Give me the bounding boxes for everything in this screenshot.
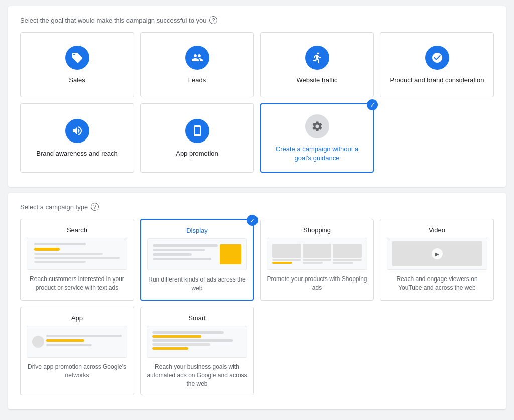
product-brand-icon bbox=[425, 46, 449, 70]
campaign-type-title-text: Select a campaign type bbox=[20, 203, 88, 211]
no-goal-label: Create a campaign without a goal's guida… bbox=[269, 145, 365, 163]
goal-card-website-traffic[interactable]: Website traffic bbox=[260, 32, 374, 97]
campaign-type-search[interactable]: Search Reach customers interested in you… bbox=[20, 219, 134, 301]
sales-icon bbox=[65, 46, 89, 70]
app-type-desc: Drive app promotion across Google's netw… bbox=[27, 363, 127, 380]
display-type-desc: Run different kinds of ads across the we… bbox=[147, 275, 247, 293]
campaign-type-video[interactable]: Video ▶ Reach and engage viewers on YouT… bbox=[380, 219, 494, 301]
video-mock-image: ▶ bbox=[387, 238, 487, 270]
shopping-type-title: Shopping bbox=[303, 226, 331, 234]
search-type-desc: Reach customers interested in your produ… bbox=[27, 275, 127, 292]
app-mock-image bbox=[27, 326, 127, 358]
goal-title-text: Select the goal that would make this cam… bbox=[20, 17, 206, 24]
smart-type-desc: Reach your business goals with automated… bbox=[147, 363, 247, 388]
sales-label: Sales bbox=[69, 76, 85, 85]
campaign-type-grid-row2: App Drive app promotion across Google's … bbox=[20, 307, 494, 395]
goal-card-sales[interactable]: Sales bbox=[20, 32, 134, 97]
website-traffic-label: Website traffic bbox=[297, 76, 338, 85]
no-goal-selected-badge: ✓ bbox=[367, 99, 378, 110]
goal-card-brand-awareness[interactable]: Brand awareness and reach bbox=[20, 103, 134, 173]
smart-type-title: Smart bbox=[188, 314, 206, 322]
video-type-title: Video bbox=[429, 226, 445, 234]
leads-label: Leads bbox=[188, 76, 206, 85]
smart-mock-image bbox=[147, 326, 247, 358]
app-avatar-icon bbox=[32, 336, 44, 348]
shopping-mock-image bbox=[267, 238, 367, 270]
display-mock-image bbox=[147, 238, 247, 270]
campaign-type-section-title: Select a campaign type ? bbox=[20, 203, 494, 211]
goal-grid-row1: Sales Leads Website traffic Product and … bbox=[20, 32, 494, 97]
goal-section: Select the goal that would make this cam… bbox=[8, 6, 506, 187]
goal-card-no-goal[interactable]: ✓ Create a campaign without a goal's gui… bbox=[260, 103, 374, 173]
app-promotion-label: App promotion bbox=[176, 149, 218, 158]
goal-card-leads[interactable]: Leads bbox=[140, 32, 254, 97]
leads-icon bbox=[185, 46, 209, 70]
search-mock-image bbox=[27, 238, 127, 270]
goal-card-app-promotion[interactable]: App promotion bbox=[140, 103, 254, 173]
display-selected-badge: ✓ bbox=[247, 215, 258, 226]
campaign-type-app[interactable]: App Drive app promotion across Google's … bbox=[20, 307, 134, 395]
campaign-type-shopping[interactable]: Shopping bbox=[260, 219, 374, 301]
product-brand-label: Product and brand consideration bbox=[390, 76, 484, 85]
no-goal-icon bbox=[305, 114, 329, 138]
display-type-title: Display bbox=[186, 227, 208, 234]
goal-card-product-brand[interactable]: Product and brand consideration bbox=[380, 32, 494, 97]
campaign-type-display[interactable]: ✓ Display Run different kinds of ads acr… bbox=[140, 219, 254, 301]
goal-section-title: Select the goal that would make this cam… bbox=[20, 16, 494, 24]
search-type-title: Search bbox=[67, 226, 87, 234]
goal-help-icon[interactable]: ? bbox=[209, 16, 217, 24]
brand-awareness-label: Brand awareness and reach bbox=[36, 149, 118, 158]
campaign-type-section: Select a campaign type ? Search Reach cu… bbox=[8, 193, 506, 409]
campaign-type-help-icon[interactable]: ? bbox=[91, 203, 99, 211]
brand-awareness-icon bbox=[65, 119, 89, 143]
campaign-type-smart[interactable]: Smart Reach your business goals with aut… bbox=[140, 307, 254, 395]
video-type-desc: Reach and engage viewers on YouTube and … bbox=[387, 275, 487, 292]
app-promotion-icon bbox=[185, 119, 209, 143]
website-traffic-icon bbox=[305, 46, 329, 70]
campaign-type-grid-row1: Search Reach customers interested in you… bbox=[20, 219, 494, 301]
play-icon: ▶ bbox=[432, 248, 443, 259]
goal-grid-row2: Brand awareness and reach App promotion … bbox=[20, 103, 494, 173]
shopping-type-desc: Promote your products with Shopping ads bbox=[267, 275, 367, 292]
app-type-title: App bbox=[71, 314, 83, 322]
